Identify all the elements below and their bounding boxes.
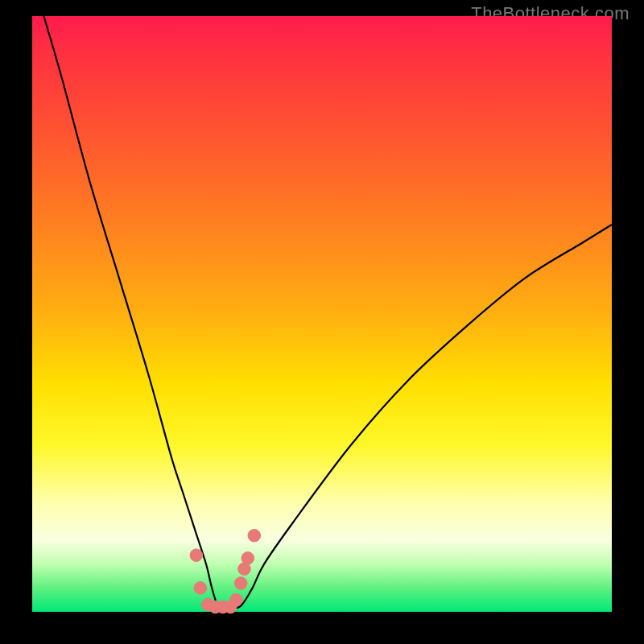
curve-marker: [248, 530, 261, 543]
curve-marker: [194, 582, 207, 595]
curve-marker: [190, 549, 203, 562]
curve-marker: [230, 593, 243, 606]
curve-layer: [32, 16, 612, 612]
plot-area: [32, 16, 612, 612]
curve-marker: [242, 552, 254, 565]
curve-marker: [234, 577, 247, 590]
chart-frame: TheBottleneck.com: [0, 0, 644, 644]
bottleneck-curve: [43, 16, 612, 609]
curve-markers: [190, 530, 261, 613]
